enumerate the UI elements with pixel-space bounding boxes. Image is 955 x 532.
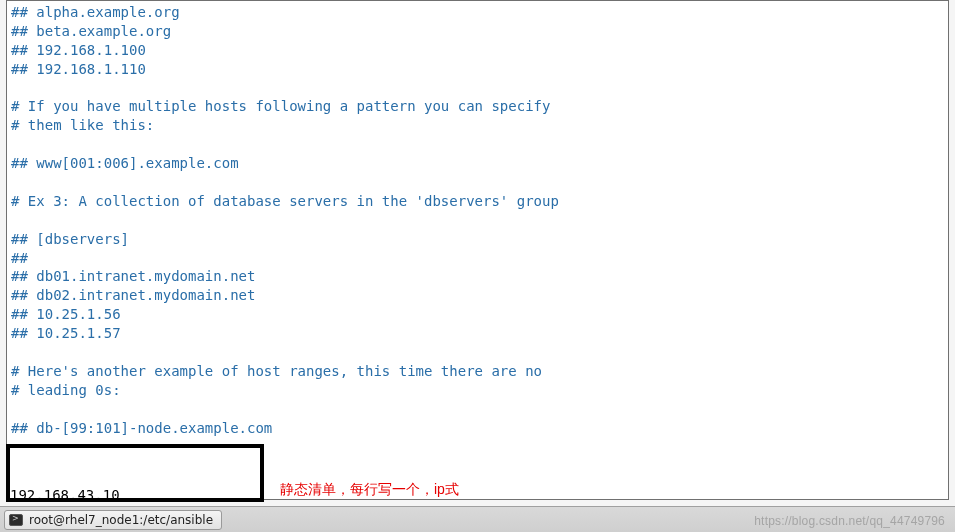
taskbar[interactable]: root@rhel7_node1:/etc/ansible xyxy=(0,506,955,532)
taskbar-button-label: root@rhel7_node1:/etc/ansible xyxy=(29,513,213,527)
editor-content[interactable]: ## alpha.example.org ## beta.example.org… xyxy=(7,1,948,439)
terminal-icon xyxy=(9,514,23,526)
terminal-window[interactable]: ## alpha.example.org ## beta.example.org… xyxy=(6,0,949,500)
host-line-1: 192.168.43.10 xyxy=(10,486,162,505)
annotation-text: 静态清单，每行写一个，ip式 xyxy=(280,481,459,499)
taskbar-terminal-button[interactable]: root@rhel7_node1:/etc/ansible xyxy=(4,510,222,530)
